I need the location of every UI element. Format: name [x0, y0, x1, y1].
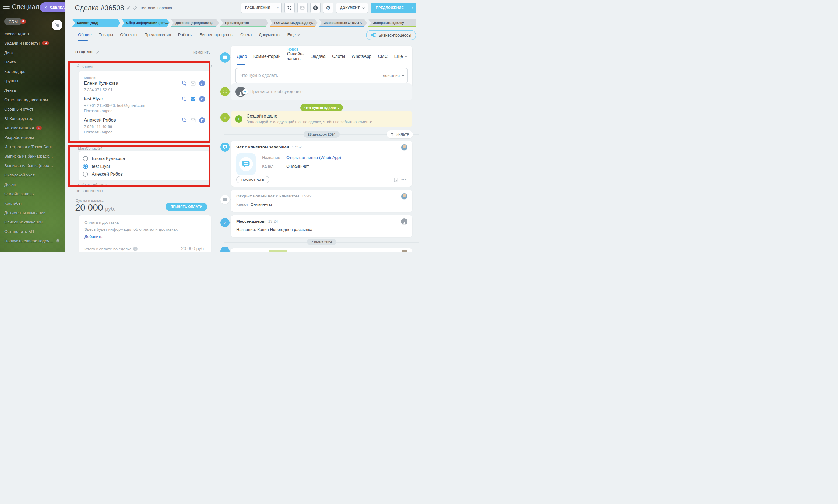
plus-icon[interactable]: + — [235, 115, 243, 123]
extensions-dropdown[interactable]: ▾ — [274, 3, 281, 13]
sidebar-item[interactable]: Доски — [0, 180, 65, 189]
sidebar-item[interactable]: BI Конструктор — [0, 114, 65, 123]
sidebar-item[interactable]: Диск — [0, 48, 65, 57]
filter-button[interactable]: ФИЛЬТР — [387, 130, 413, 138]
contact-name[interactable]: Алексей Рябов — [84, 118, 181, 123]
tab[interactable]: Счета — [240, 32, 252, 41]
edit-title-icon[interactable] — [126, 6, 130, 10]
mail-contact-icon[interactable] — [190, 117, 196, 123]
messenger-button[interactable] — [310, 3, 320, 13]
composer-actions-dropdown[interactable]: действия — [383, 73, 403, 78]
sidebar-item[interactable]: Остановить БП — [0, 227, 65, 236]
pipeline-stage[interactable]: ГОТОВО! Выдача доку… — [269, 19, 317, 27]
close-icon[interactable]: ✕ — [44, 5, 48, 10]
sidebar-item[interactable]: Получить список подря… — [0, 236, 65, 246]
contact-name[interactable]: Елена Куликова — [84, 81, 181, 86]
show-address-link[interactable]: Показать адрес — [84, 109, 112, 113]
timeline-tab[interactable]: Дело — [237, 52, 247, 65]
open-chat-icon[interactable] — [199, 96, 205, 102]
main-contact-option[interactable]: Елена Куликова — [83, 155, 206, 162]
help-icon[interactable]: ? — [133, 247, 138, 251]
radio-icon[interactable] — [83, 156, 88, 161]
sidebar-item[interactable]: Разработчикам — [0, 132, 65, 142]
tab[interactable]: Предложения — [144, 32, 171, 41]
call-contact-icon[interactable] — [181, 96, 187, 102]
openline-link[interactable]: Открытая линия (WhatsApp) — [286, 155, 341, 160]
mail-button[interactable] — [297, 3, 308, 13]
proposal-dropdown[interactable]: ▾ — [409, 3, 416, 13]
sidebar-item[interactable]: Автоматизация 1 — [0, 123, 65, 132]
tab[interactable]: Еще — [287, 32, 299, 41]
timeline-tab[interactable]: НОВОЕ Онлайн-запись — [287, 52, 304, 65]
collapse-sidebar-button[interactable] — [52, 20, 63, 30]
main-contact-option[interactable]: test Elyar — [83, 162, 206, 170]
tab[interactable]: Документы — [259, 32, 280, 41]
accept-payment-button[interactable]: ПРИНЯТЬ ОПЛАТУ — [165, 203, 207, 211]
note-icon[interactable] — [394, 178, 398, 182]
create-activity-card[interactable]: + Создайте дело Запланируйте следующий ш… — [231, 111, 412, 127]
sidebar-item[interactable]: Сводный отчет — [0, 104, 65, 114]
sidebar-item[interactable]: Онлайн-запись — [0, 189, 65, 198]
sidebar-item[interactable]: Выписка из банка(расх… — [0, 151, 65, 161]
edit-section-icon[interactable] — [96, 51, 100, 54]
pipeline-stage[interactable]: Завершить сделку — [368, 19, 416, 27]
call-contact-icon[interactable] — [181, 80, 187, 86]
settings-button[interactable]: ⚙ — [323, 3, 333, 13]
drag-handle-icon[interactable] — [76, 64, 79, 68]
todo-input[interactable] — [235, 68, 408, 83]
deal-chip[interactable]: ✕ СДЕЛКА — [40, 2, 65, 12]
tab[interactable]: Роботы — [178, 32, 193, 41]
sidebar-item[interactable]: Документы компании — [0, 208, 65, 217]
timeline-tab[interactable]: Комментарий — [254, 52, 281, 65]
sidebar-item[interactable]: Отчет по подписантам — [0, 95, 65, 104]
timeline-tab[interactable]: Еще — [394, 52, 406, 65]
sidebar-item[interactable]: Задачи и Проекты 54 — [0, 38, 65, 48]
mail-contact-icon[interactable] — [190, 80, 196, 86]
sidebar-item[interactable]: Интеграция с Точка Банк — [0, 142, 65, 151]
widget-gear-icon[interactable]: ⚙ — [208, 64, 212, 69]
funnel-selector[interactable]: тестовая воронка ▾ — [140, 6, 175, 11]
timeline-tab[interactable]: Слоты — [332, 52, 345, 65]
call-contact-icon[interactable] — [181, 117, 187, 123]
sidebar-item[interactable]: Выписка из банка(прих… — [0, 161, 65, 170]
sidebar-item[interactable]: Мессенджер — [0, 29, 65, 38]
sidebar-item[interactable]: Список исключений — [0, 217, 65, 227]
copy-link-icon[interactable] — [133, 6, 137, 10]
pipeline-stage[interactable]: Производство — [220, 19, 268, 27]
open-chat-icon[interactable] — [199, 117, 205, 123]
radio-icon[interactable] — [83, 172, 88, 177]
mail-contact-icon[interactable] — [190, 96, 196, 102]
show-address-link[interactable]: Показать адрес — [84, 130, 112, 134]
sidebar-item[interactable]: Календарь — [0, 67, 65, 76]
add-payment-link[interactable]: Добавить — [85, 234, 102, 239]
timeline-tab[interactable]: СМС — [378, 52, 387, 65]
sidebar-item[interactable]: Группы — [0, 76, 65, 86]
sidebar-item[interactable]: Почта — [0, 57, 65, 67]
sidebar-item-crm[interactable]: CRM — [4, 18, 22, 25]
extensions-button[interactable]: РАСШИРЕНИЯ ▾ — [241, 3, 282, 13]
view-button[interactable]: ПОСМОТРЕТЬ — [236, 176, 269, 183]
timeline-tab[interactable]: Задача — [311, 52, 326, 65]
pipeline-stage[interactable]: Договор (предоплата) — [171, 19, 219, 27]
sidebar-item[interactable]: Лента — [0, 86, 65, 95]
radio-icon[interactable] — [83, 164, 88, 169]
tab[interactable]: Товары — [99, 32, 113, 41]
pipeline-stage[interactable]: Сбор информации (вст… — [121, 19, 170, 27]
more-actions-icon[interactable]: ••• — [401, 178, 407, 182]
pipeline-stage[interactable]: Клиент (лид) — [72, 19, 120, 27]
main-contact-option[interactable]: Алексей Рябов — [83, 170, 206, 178]
contact-name[interactable]: test Elyar — [84, 96, 181, 102]
sidebar-item[interactable]: Складской учёт — [0, 170, 65, 180]
pipeline-stage[interactable]: Завершенные ОПЛАТА — [319, 19, 367, 27]
tab[interactable]: Общие — [78, 32, 92, 41]
edit-link[interactable]: изменить — [193, 50, 210, 54]
open-chat-icon[interactable] — [199, 80, 205, 86]
tab[interactable]: Объекты — [120, 32, 137, 41]
proposal-button[interactable]: ПРЕДЛОЖЕНИЕ ▾ — [370, 3, 416, 13]
tab[interactable]: Бизнес-процессы — [199, 32, 233, 41]
sidebar-item[interactable]: Коллабы — [0, 198, 65, 208]
timeline-tab[interactable]: WhatsApp — [351, 52, 371, 65]
call-button[interactable] — [284, 3, 295, 13]
document-button[interactable]: ДОКУМЕНТ — [336, 3, 368, 13]
business-process-button[interactable]: Бизнес-процессы — [366, 30, 416, 40]
